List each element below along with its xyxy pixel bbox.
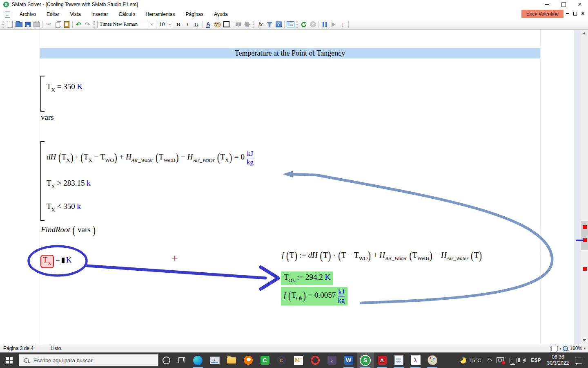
cast-tray-button[interactable] [494,352,507,368]
worksheet-canvas[interactable]: Temperature at the Point of Tangency TX … [0,30,588,344]
menu-calculo[interactable]: Cálculo [114,10,140,19]
open-file-button[interactable] [14,20,23,29]
status-bar: Página 3 de 4 Listo ▾ 160% ▾ [0,344,588,352]
task-view-button[interactable] [174,352,189,368]
chevron-down-icon[interactable]: ▾ [584,347,586,350]
findroot-call[interactable]: FindRoot ( vars ) [41,225,96,235]
placeholder-box[interactable] [62,258,65,263]
scroll-down-button[interactable] [581,337,588,344]
result-tok[interactable]: TOk := 294.2 K [281,272,333,285]
filter-button[interactable] [265,20,274,29]
taskbar-app-system-monitor[interactable] [206,352,223,368]
menu-editar[interactable]: Editar [41,10,65,19]
taskbar-app-camtasia[interactable]: C [256,352,273,368]
taskbar-app-blender[interactable] [240,352,256,368]
vertical-scrollbar[interactable] [581,30,588,344]
user-account-badge[interactable]: Erick Valentino [521,10,564,18]
taskbar-app-word[interactable]: W [340,352,357,368]
font-color-button[interactable]: A [204,20,213,29]
volume-tray-button[interactable] [520,352,528,368]
taskbar-app-edge[interactable] [189,352,206,368]
cut-button[interactable]: ✂ [44,20,53,29]
pause-button[interactable] [320,20,329,29]
restore-button[interactable] [555,0,572,9]
start-button[interactable] [0,352,19,368]
menu-vista[interactable]: Vista [65,10,86,19]
border-button[interactable] [222,20,231,29]
new-file-button[interactable] [5,20,14,29]
menu-insertar[interactable]: Insertar [86,10,114,19]
paste-button[interactable] [62,20,71,29]
help-reference-button[interactable]: ? [274,20,283,29]
equation-main[interactable]: dH (TX) · (TX − TWO) + HAir_Water (TWetB… [47,150,254,166]
search-input[interactable] [33,357,145,364]
chevron-down-icon[interactable]: ▾ [559,347,561,350]
sheet-heading[interactable]: Temperature at the Point of Tangency [40,48,540,58]
error-variable-box[interactable]: TX [40,255,54,268]
taskbar-app-acrobat[interactable]: A [374,352,390,368]
underline-button[interactable]: U [192,20,201,29]
scroll-up-button[interactable] [581,30,588,37]
cortana-button[interactable] [158,352,174,368]
taskbar-search[interactable] [19,354,158,366]
zoom-level[interactable]: 160% [570,346,582,351]
taskbar-app-notepad[interactable] [390,352,407,368]
highlight-color-button[interactable] [213,20,222,29]
menu-archivo[interactable]: Archivo [14,10,41,19]
tray-expand-button[interactable] [484,352,494,368]
equation-tx-definition[interactable]: TX = 350 K [47,82,82,93]
result-f-tok[interactable]: f (TOk) = 0.0057 kJ kg [281,287,347,305]
redo-button[interactable]: ↷ [83,20,92,29]
taskbar-app-m-editor[interactable]: M’ [290,352,307,368]
crosshair-cursor: + [172,252,178,265]
taskbar-app-cinema4d[interactable]: C [273,352,290,368]
stop-calculation-button[interactable]: × [308,20,317,29]
taskbar-app-opera[interactable] [307,352,323,368]
close-button[interactable]: × [572,0,588,9]
menu-ayuda[interactable]: Ayuda [209,10,233,19]
font-family-select[interactable]: Times New Roman ▾ [97,21,155,28]
step-button[interactable]: ↓ [338,20,347,29]
doc-minimize-button[interactable] [564,10,571,17]
redo-arrow-icon: ↷ [85,21,90,28]
play-button[interactable] [329,20,338,29]
equation-f-definition[interactable]: f (T) := dH (T) · (T − TWO) + HAir_Water… [282,251,482,262]
taskbar-app-smath[interactable]: S [357,352,374,368]
bold-button[interactable]: B [174,20,183,29]
vars-label[interactable]: vars [41,113,54,122]
taskbar-app-lambda[interactable]: λ [407,352,424,368]
side-panel-button[interactable] [286,20,295,29]
weather-temp: 15°C [470,357,481,364]
constraint-lower[interactable]: TX > 283.15 k [47,179,91,190]
language-button[interactable]: ESP [528,352,544,368]
save-button[interactable] [23,20,32,29]
copy-icon [56,22,60,28]
print-button[interactable] [32,20,41,29]
taskbar-app-paint[interactable] [424,352,441,368]
undo-button[interactable]: ↶ [74,20,83,29]
weather-button[interactable]: 15°C [457,352,484,368]
constraint-upper[interactable]: TX < 350 k [47,202,81,213]
error-marker[interactable] [583,225,587,229]
taskbar-app-musescore[interactable]: ♪ [323,352,340,368]
recalculate-button[interactable] [299,20,308,29]
minimize-button[interactable] [539,0,555,9]
menu-paginas[interactable]: Páginas [180,10,209,19]
page-layout-icon[interactable] [551,346,558,351]
doc-restore-button[interactable] [572,10,579,17]
function-button[interactable]: fx [256,20,265,29]
taskbar-app-file-explorer[interactable] [223,352,240,368]
italic-button[interactable]: I [183,20,192,29]
zoom-magnifier-icon[interactable] [563,346,568,351]
error-marker[interactable] [583,267,587,271]
menu-herramientas[interactable]: Herramientas [140,10,180,19]
font-size-select[interactable]: 10 ▾ [157,21,173,28]
clock-button[interactable]: 06:36 30/3/2022 [544,352,572,368]
align-horizontal-button[interactable] [234,20,243,29]
copy-button[interactable] [53,20,62,29]
action-center-button[interactable] [572,352,588,368]
probe-expression[interactable]: TX=K [40,255,71,268]
error-marker[interactable] [583,238,587,242]
doc-close-button[interactable]: × [579,10,586,17]
align-vertical-button[interactable] [243,20,252,29]
